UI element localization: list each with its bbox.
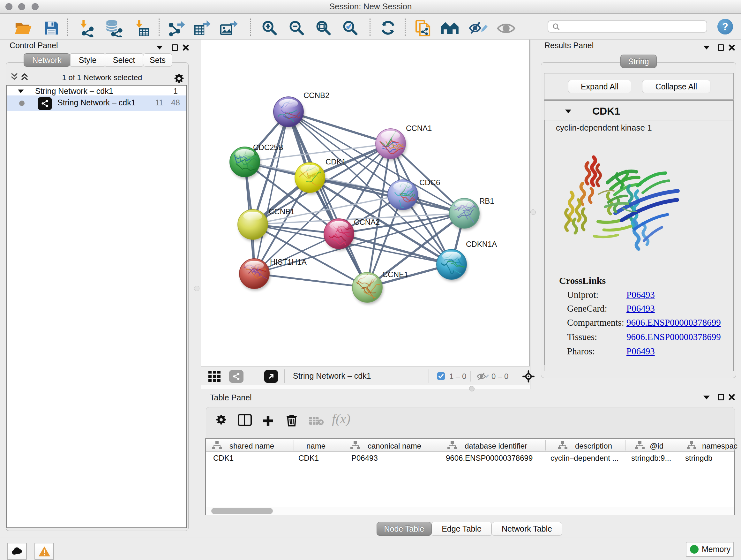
svg-text:CCNE1: CCNE1 [382, 270, 408, 279]
svg-text:CCNA2: CCNA2 [354, 218, 380, 226]
svg-text:CDC25B: CDC25B [253, 143, 283, 152]
svg-text:CCNB2: CCNB2 [304, 91, 329, 100]
svg-text:CDKN1A: CDKN1A [466, 240, 497, 248]
svg-text:CCNB1: CCNB1 [269, 207, 294, 216]
svg-text:CDC6: CDC6 [419, 178, 440, 187]
svg-text:RB1: RB1 [479, 197, 494, 205]
svg-text:HIST1H1A: HIST1H1A [270, 258, 307, 266]
svg-text:CDK1: CDK1 [326, 158, 346, 166]
svg-text:CCNA1: CCNA1 [406, 124, 432, 132]
